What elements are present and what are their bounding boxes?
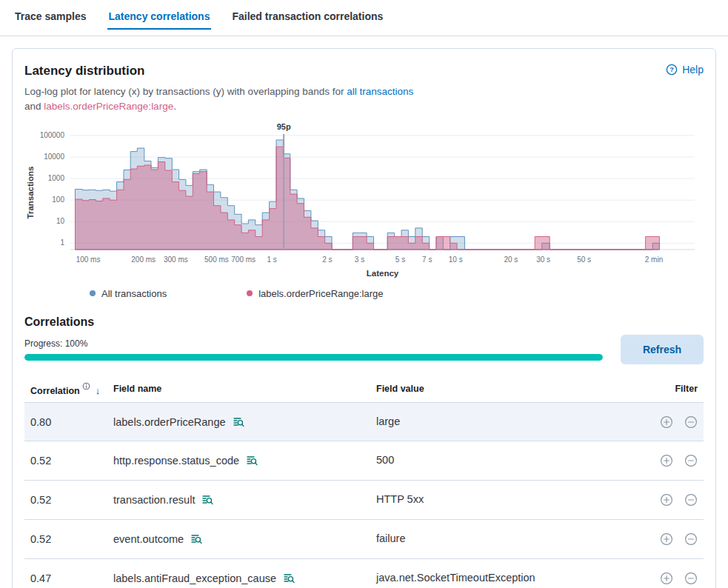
view-field-stats-icon[interactable] [201, 494, 213, 506]
panel-title: Latency distribution [24, 64, 144, 78]
legend-item[interactable]: labels.orderPriceRange:large [247, 288, 383, 299]
filter-cell [637, 558, 704, 588]
view-field-stats-icon[interactable] [233, 416, 244, 428]
description-conjunction: and [24, 101, 41, 112]
header-correlation-label: Correlation [30, 386, 80, 396]
help-link[interactable]: ? Help [666, 64, 704, 76]
correlation-value: 0.52 [24, 481, 107, 520]
tab-failed-transaction-correlations[interactable]: Failed transaction correlations [230, 10, 384, 30]
filter-cell [637, 519, 704, 558]
field-value: failure [370, 519, 637, 558]
field-name: labels.orderPriceRange [113, 416, 226, 428]
latency-chart[interactable]: 11010010001000010000095p100 ms200 ms300 … [24, 121, 704, 282]
correlation-row: 0.52http.response.status_code500 [24, 441, 704, 481]
apm-correlations-page: Trace samplesLatency correlationsFailed … [0, 0, 728, 588]
svg-text:95p: 95p [277, 122, 291, 131]
svg-text:Latency: Latency [367, 269, 399, 278]
svg-text:700 ms: 700 ms [231, 255, 256, 264]
field-name-cell: transaction.result [107, 481, 370, 520]
progress-block: Progress: 100% [24, 338, 603, 361]
correlation-row: 0.52event.outcomefailure [24, 519, 704, 558]
svg-text:300 ms: 300 ms [164, 255, 188, 264]
progress-label: Progress: 100% [24, 338, 603, 349]
svg-text:2 min: 2 min [645, 255, 663, 264]
filter-include-button[interactable] [660, 415, 673, 429]
correlation-value: 0.52 [24, 519, 107, 558]
svg-text:10000: 10000 [44, 153, 64, 161]
filter-exclude-button[interactable] [684, 415, 698, 429]
filter-cell [637, 402, 704, 441]
svg-text:100000: 100000 [40, 131, 65, 139]
filter-exclude-button[interactable] [684, 493, 698, 507]
filter-include-button[interactable] [660, 532, 673, 546]
info-icon [82, 382, 90, 390]
panel-header: Latency distribution ? Help [24, 64, 704, 78]
header-field-value: Field value [370, 376, 637, 403]
latency-distribution-svg: 11010010001000010000095p100 ms200 ms300 … [24, 121, 705, 279]
description-text: Log-log plot for latency (x) by transact… [24, 86, 344, 97]
field-name: event.outcome [113, 533, 184, 545]
svg-text:1: 1 [60, 238, 64, 247]
svg-text:2 s: 2 s [322, 255, 332, 264]
description-suffix: . [173, 101, 176, 112]
filter-include-button[interactable] [660, 572, 673, 585]
tab-trace-samples[interactable]: Trace samples [13, 10, 88, 30]
svg-text:100: 100 [52, 196, 64, 204]
filter-exclude-button[interactable] [684, 454, 698, 467]
field-name-cell: labels.antiFraud_exception_cause [107, 558, 370, 588]
help-icon: ? [666, 64, 678, 76]
filter-cell [637, 481, 704, 520]
tabs-bar: Trace samplesLatency correlationsFailed … [0, 0, 728, 36]
all-transactions-link[interactable]: all transactions [347, 86, 413, 97]
correlation-value: 0.47 [24, 558, 107, 588]
tab-latency-correlations[interactable]: Latency correlations [107, 10, 212, 30]
svg-text:7 s: 7 s [422, 255, 432, 264]
field-name-cell: http.response.status_code [107, 441, 370, 481]
sort-desc-icon: ↓ [96, 385, 101, 396]
view-field-stats-icon[interactable] [190, 533, 202, 545]
header-correlation[interactable]: Correlation↓ [24, 376, 107, 403]
correlation-value: 0.80 [24, 402, 107, 441]
svg-text:200 ms: 200 ms [131, 255, 156, 264]
field-name: transaction.result [113, 494, 195, 506]
correlation-row: 0.52transaction.resultHTTP 5xx [24, 481, 704, 520]
svg-text:100 ms: 100 ms [76, 255, 101, 264]
table-header-row: Correlation↓ Field name Field value Filt… [24, 376, 704, 403]
svg-text:10: 10 [56, 217, 65, 225]
svg-text:500 ms: 500 ms [204, 255, 229, 264]
correlations-table: Correlation↓ Field name Field value Filt… [24, 376, 704, 588]
correlation-value: 0.52 [24, 441, 107, 481]
svg-text:1 s: 1 s [267, 255, 276, 264]
field-name-cell: labels.orderPriceRange [107, 402, 370, 441]
view-field-stats-icon[interactable] [283, 572, 295, 584]
correlations-table-body: 0.80labels.orderPriceRangelarge0.52http.… [24, 402, 704, 588]
header-field-name: Field name [107, 376, 370, 403]
refresh-button[interactable]: Refresh [621, 335, 704, 364]
svg-text:50 s: 50 s [577, 255, 591, 264]
field-value: java.net.SocketTimeoutException [370, 558, 637, 588]
legend-item[interactable]: All transactions [90, 288, 167, 299]
header-filter: Filter [637, 376, 704, 403]
filter-exclude-button[interactable] [684, 572, 698, 585]
view-field-stats-icon[interactable] [246, 455, 258, 467]
progress-fill [24, 354, 603, 361]
svg-text:?: ? [669, 66, 674, 73]
legend-dot-icon [247, 290, 253, 296]
field-name: labels.antiFraud_exception_cause [113, 572, 276, 584]
svg-text:1000: 1000 [48, 174, 65, 182]
svg-text:20 s: 20 s [504, 255, 518, 264]
filter-include-button[interactable] [660, 493, 673, 507]
chart-legend: All transactionslabels.orderPriceRange:l… [24, 288, 704, 299]
legend-label: labels.orderPriceRange:large [258, 288, 383, 299]
progress-bar [24, 354, 603, 361]
svg-text:30 s: 30 s [536, 255, 550, 264]
term-link[interactable]: labels.orderPriceRange:large [44, 101, 173, 112]
correlation-row: 0.80labels.orderPriceRangelarge [24, 402, 704, 441]
field-value: 500 [370, 441, 637, 481]
field-name: http.response.status_code [113, 455, 239, 467]
filter-include-button[interactable] [660, 454, 673, 467]
filter-exclude-button[interactable] [684, 532, 698, 546]
help-label: Help [682, 64, 704, 76]
svg-text:Transactions: Transactions [26, 166, 35, 218]
latency-panel: Latency distribution ? Help Log-log plot… [12, 48, 716, 588]
